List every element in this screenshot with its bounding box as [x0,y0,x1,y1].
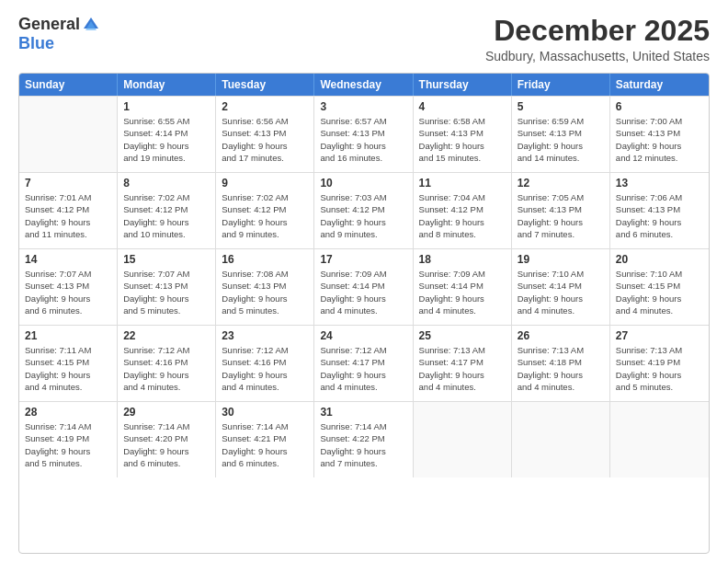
logo-general-text: General [18,15,80,34]
month-title: December 2025 [485,15,710,47]
day-number: 12 [518,177,604,190]
calendar-cell: 9Sunrise: 7:02 AMSunset: 4:12 PMDaylight… [216,173,314,248]
cell-info: Sunrise: 7:03 AMSunset: 4:12 PMDaylight:… [320,191,406,240]
logo-icon [82,16,100,34]
calendar-cell: 25Sunrise: 7:13 AMSunset: 4:17 PMDayligh… [414,326,512,401]
calendar-cell: 6Sunrise: 7:00 AMSunset: 4:13 PMDaylight… [610,97,709,172]
calendar-cell: 8Sunrise: 7:02 AMSunset: 4:12 PMDaylight… [118,173,216,248]
calendar-cell: 31Sunrise: 7:14 AMSunset: 4:22 PMDayligh… [314,402,413,477]
calendar-cell: 3Sunrise: 6:57 AMSunset: 4:13 PMDaylight… [314,97,413,172]
cell-info: Sunrise: 7:14 AMSunset: 4:22 PMDaylight:… [320,420,406,469]
day-number: 28 [25,406,111,419]
calendar-cell: 11Sunrise: 7:04 AMSunset: 4:12 PMDayligh… [414,173,512,248]
day-number: 18 [419,253,506,266]
cell-info: Sunrise: 7:07 AMSunset: 4:13 PMDaylight:… [25,268,111,316]
calendar-row: 14Sunrise: 7:07 AMSunset: 4:13 PMDayligh… [19,248,709,325]
page-container: General Blue December 2025 Sudbury, Mass… [0,0,728,563]
calendar-cell: 28Sunrise: 7:14 AMSunset: 4:19 PMDayligh… [19,402,118,477]
calendar-cell: 24Sunrise: 7:12 AMSunset: 4:17 PMDayligh… [314,326,413,401]
cell-info: Sunrise: 7:05 AMSunset: 4:13 PMDaylight:… [518,191,604,240]
calendar-header-cell: Friday [512,74,610,96]
calendar-cell [512,402,610,477]
calendar-cell: 21Sunrise: 7:11 AMSunset: 4:15 PMDayligh… [19,326,118,401]
calendar-cell [610,402,709,477]
cell-info: Sunrise: 6:55 AMSunset: 4:14 PMDaylight:… [123,115,210,164]
day-number: 4 [419,100,506,113]
header: General Blue December 2025 Sudbury, Mass… [18,15,710,63]
calendar-cell: 13Sunrise: 7:06 AMSunset: 4:13 PMDayligh… [610,173,709,248]
calendar-cell [19,97,118,172]
cell-info: Sunrise: 7:10 AMSunset: 4:15 PMDaylight:… [616,268,703,316]
calendar-header-cell: Saturday [610,74,709,96]
cell-info: Sunrise: 7:02 AMSunset: 4:12 PMDaylight:… [123,191,210,240]
calendar-cell: 16Sunrise: 7:08 AMSunset: 4:13 PMDayligh… [216,249,314,325]
calendar-cell: 19Sunrise: 7:10 AMSunset: 4:14 PMDayligh… [512,249,610,325]
day-number: 9 [222,177,308,190]
day-number: 25 [419,329,506,342]
day-number: 14 [25,253,111,266]
cell-info: Sunrise: 7:02 AMSunset: 4:12 PMDaylight:… [222,191,308,240]
day-number: 13 [616,177,703,190]
calendar-cell: 15Sunrise: 7:07 AMSunset: 4:13 PMDayligh… [118,249,216,325]
day-number: 20 [616,253,703,266]
day-number: 30 [222,406,308,419]
cell-info: Sunrise: 7:12 AMSunset: 4:16 PMDaylight:… [222,344,308,393]
calendar-cell: 17Sunrise: 7:09 AMSunset: 4:14 PMDayligh… [314,249,413,325]
calendar: SundayMondayTuesdayWednesdayThursdayFrid… [18,73,710,554]
cell-info: Sunrise: 7:14 AMSunset: 4:19 PMDaylight:… [25,420,111,469]
logo-blue-text: Blue [18,34,54,53]
cell-info: Sunrise: 6:56 AMSunset: 4:13 PMDaylight:… [222,115,308,164]
cell-info: Sunrise: 7:14 AMSunset: 4:20 PMDaylight:… [123,420,210,469]
title-block: December 2025 Sudbury, Massachusetts, Un… [485,15,710,63]
calendar-cell: 23Sunrise: 7:12 AMSunset: 4:16 PMDayligh… [216,326,314,401]
day-number: 11 [419,177,506,190]
cell-info: Sunrise: 6:59 AMSunset: 4:13 PMDaylight:… [518,115,604,164]
cell-info: Sunrise: 6:58 AMSunset: 4:13 PMDaylight:… [419,115,506,164]
calendar-cell: 7Sunrise: 7:01 AMSunset: 4:12 PMDaylight… [19,173,118,248]
cell-info: Sunrise: 7:13 AMSunset: 4:17 PMDaylight:… [419,344,506,393]
logo: General Blue [18,15,100,53]
calendar-header-cell: Sunday [19,74,118,96]
day-number: 31 [320,406,406,419]
calendar-cell: 4Sunrise: 6:58 AMSunset: 4:13 PMDaylight… [414,97,512,172]
calendar-cell: 26Sunrise: 7:13 AMSunset: 4:18 PMDayligh… [512,326,610,401]
calendar-cell [414,402,512,477]
cell-info: Sunrise: 7:06 AMSunset: 4:13 PMDaylight:… [616,191,703,240]
day-number: 8 [123,177,210,190]
cell-info: Sunrise: 7:08 AMSunset: 4:13 PMDaylight:… [222,268,308,316]
day-number: 5 [518,100,604,113]
day-number: 16 [222,253,308,266]
calendar-row: 21Sunrise: 7:11 AMSunset: 4:15 PMDayligh… [19,325,709,401]
cell-info: Sunrise: 7:10 AMSunset: 4:14 PMDaylight:… [518,268,604,316]
day-number: 7 [25,177,111,190]
calendar-cell: 12Sunrise: 7:05 AMSunset: 4:13 PMDayligh… [512,173,610,248]
calendar-cell: 20Sunrise: 7:10 AMSunset: 4:15 PMDayligh… [610,249,709,325]
day-number: 6 [616,100,703,113]
day-number: 29 [123,406,210,419]
day-number: 10 [320,177,406,190]
cell-info: Sunrise: 7:01 AMSunset: 4:12 PMDaylight:… [25,191,111,240]
calendar-row: 1Sunrise: 6:55 AMSunset: 4:14 PMDaylight… [19,96,709,172]
day-number: 27 [616,329,703,342]
day-number: 26 [518,329,604,342]
day-number: 3 [320,100,406,113]
day-number: 17 [320,253,406,266]
calendar-cell: 18Sunrise: 7:09 AMSunset: 4:14 PMDayligh… [414,249,512,325]
calendar-header-cell: Thursday [414,74,512,96]
cell-info: Sunrise: 7:11 AMSunset: 4:15 PMDaylight:… [25,344,111,393]
calendar-cell: 2Sunrise: 6:56 AMSunset: 4:13 PMDaylight… [216,97,314,172]
location-text: Sudbury, Massachusetts, United States [485,49,710,63]
cell-info: Sunrise: 7:14 AMSunset: 4:21 PMDaylight:… [222,420,308,469]
calendar-header-cell: Wednesday [314,74,413,96]
cell-info: Sunrise: 7:09 AMSunset: 4:14 PMDaylight:… [419,268,506,316]
day-number: 24 [320,329,406,342]
day-number: 2 [222,100,308,113]
cell-info: Sunrise: 6:57 AMSunset: 4:13 PMDaylight:… [320,115,406,164]
calendar-header: SundayMondayTuesdayWednesdayThursdayFrid… [19,74,709,96]
calendar-row: 7Sunrise: 7:01 AMSunset: 4:12 PMDaylight… [19,172,709,248]
day-number: 22 [123,329,210,342]
day-number: 21 [25,329,111,342]
cell-info: Sunrise: 7:12 AMSunset: 4:17 PMDaylight:… [320,344,406,393]
calendar-cell: 22Sunrise: 7:12 AMSunset: 4:16 PMDayligh… [118,326,216,401]
calendar-body: 1Sunrise: 6:55 AMSunset: 4:14 PMDaylight… [19,96,709,477]
